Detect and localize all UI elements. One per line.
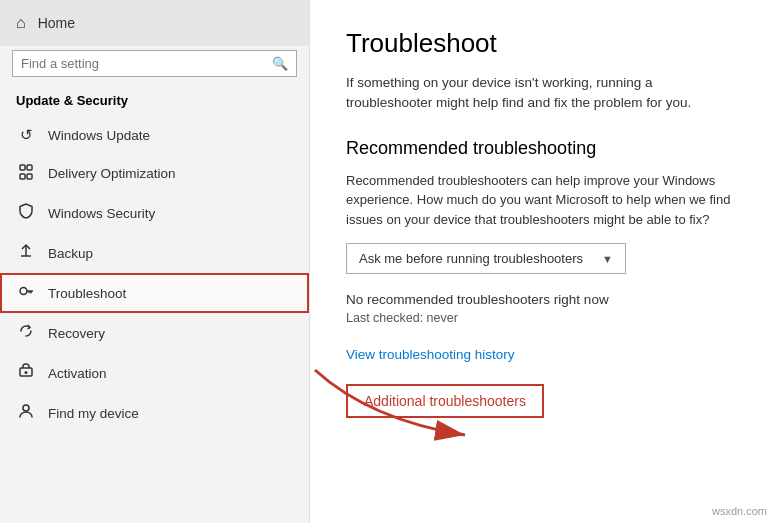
svg-point-12 <box>23 405 29 411</box>
sidebar-item-find-my-device[interactable]: Find my device <box>0 393 309 433</box>
person-icon <box>16 403 36 423</box>
svg-rect-3 <box>27 174 32 179</box>
home-icon: ⌂ <box>16 14 26 32</box>
sidebar-label: Recovery <box>48 326 105 341</box>
key-icon <box>16 283 36 303</box>
sidebar-item-windows-security[interactable]: Windows Security <box>0 193 309 233</box>
section-label: Update & Security <box>0 87 309 116</box>
main-content: Troubleshoot If something on your device… <box>310 0 775 523</box>
backup-icon <box>16 243 36 263</box>
dropdown-value: Ask me before running troubleshooters <box>359 251 583 266</box>
search-box[interactable]: 🔍 <box>12 50 297 77</box>
recommended-description: Recommended troubleshooters can help imp… <box>346 171 739 230</box>
chevron-down-icon: ▼ <box>602 253 613 265</box>
sidebar-label: Delivery Optimization <box>48 166 176 181</box>
refresh-icon: ↺ <box>16 126 36 144</box>
sidebar-item-backup[interactable]: Backup <box>0 233 309 273</box>
view-history-link[interactable]: View troubleshooting history <box>346 347 739 362</box>
sidebar-item-delivery-optimization[interactable]: Delivery Optimization <box>0 154 309 193</box>
page-title: Troubleshoot <box>346 28 739 59</box>
svg-point-11 <box>25 371 28 374</box>
svg-rect-1 <box>27 165 32 170</box>
download-icon <box>16 164 36 183</box>
svg-rect-0 <box>20 165 25 170</box>
search-icon: 🔍 <box>272 56 288 71</box>
sidebar-label: Windows Update <box>48 128 150 143</box>
sidebar-item-recovery[interactable]: Recovery <box>0 313 309 353</box>
sidebar-label: Windows Security <box>48 206 155 221</box>
no-recommended-text: No recommended troubleshooters right now <box>346 292 739 307</box>
sidebar-label: Find my device <box>48 406 139 421</box>
sidebar: ⌂ Home 🔍 Update & Security ↺ Windows Upd… <box>0 0 310 523</box>
svg-rect-2 <box>20 174 25 179</box>
sidebar-label: Troubleshoot <box>48 286 126 301</box>
home-label: Home <box>38 15 75 31</box>
watermark: wsxdn.com <box>712 505 767 517</box>
sidebar-item-activation[interactable]: Activation <box>0 353 309 393</box>
recommended-section-title: Recommended troubleshooting <box>346 138 739 159</box>
shield-icon <box>16 203 36 223</box>
sidebar-item-troubleshoot[interactable]: Troubleshoot <box>0 273 309 313</box>
svg-point-6 <box>20 288 27 295</box>
page-description: If something on your device isn't workin… <box>346 73 739 114</box>
sidebar-label: Activation <box>48 366 107 381</box>
recovery-icon <box>16 323 36 343</box>
activation-icon <box>16 363 36 383</box>
sidebar-label: Backup <box>48 246 93 261</box>
search-input[interactable] <box>21 56 272 71</box>
additional-troubleshooters-button[interactable]: Additional troubleshooters <box>346 384 544 418</box>
sidebar-item-windows-update[interactable]: ↺ Windows Update <box>0 116 309 154</box>
last-checked-text: Last checked: never <box>346 311 739 325</box>
troubleshoot-dropdown[interactable]: Ask me before running troubleshooters ▼ <box>346 243 626 274</box>
sidebar-item-home[interactable]: ⌂ Home <box>0 0 309 46</box>
